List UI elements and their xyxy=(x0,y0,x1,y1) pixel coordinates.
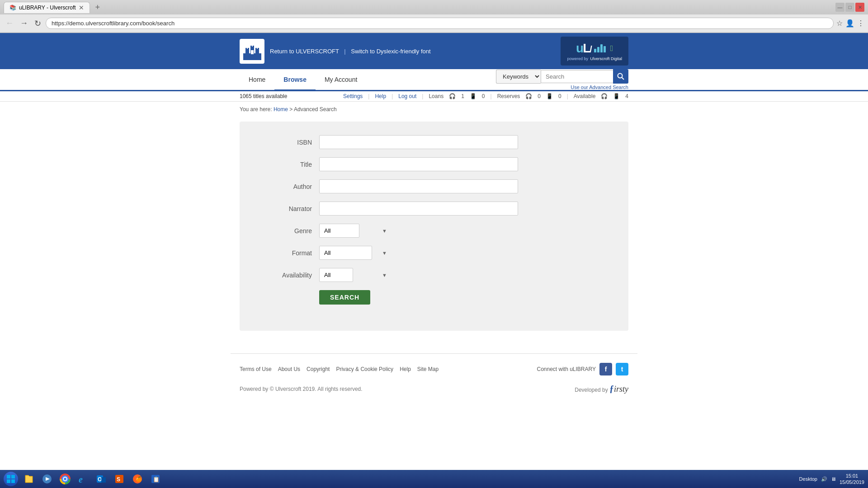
account-icon[interactable]: 👤 xyxy=(845,19,854,28)
castle-svg xyxy=(243,42,261,60)
footer-copyright[interactable]: Copyright xyxy=(307,366,330,372)
svg-line-12 xyxy=(622,78,624,80)
title-row: Title xyxy=(267,157,601,171)
title-input[interactable] xyxy=(319,157,518,171)
availability-select-wrapper: All Available On Loan xyxy=(319,268,392,282)
reload-button[interactable]: ↻ xyxy=(33,18,43,29)
desktop-label[interactable]: Desktop xyxy=(799,476,817,482)
taskbar-speaker-icon: 🔊 xyxy=(821,476,827,482)
available-label: Available xyxy=(574,93,595,99)
svg-rect-16 xyxy=(11,479,15,483)
log-out-link[interactable]: Log out xyxy=(398,93,416,99)
browser-tab[interactable]: 📚 uLIBRARY - Ulverscroft ✕ xyxy=(4,2,90,13)
svg-rect-4 xyxy=(245,48,247,49)
connect-text: Connect with uLIBRARY xyxy=(537,366,596,372)
app6-icon: 🍊 xyxy=(132,474,143,484)
nav-menu: Home Browse My Account xyxy=(240,70,366,89)
available-icon2: 📱 xyxy=(613,93,620,99)
svg-rect-6 xyxy=(255,48,257,49)
tab-title: uLIBRARY - Ulverscroft xyxy=(19,5,76,11)
footer-links: Terms of Use About Us Copyright Privacy … xyxy=(231,353,637,380)
footer-terms[interactable]: Terms of Use xyxy=(240,366,272,372)
windows-icon xyxy=(6,474,15,483)
narrator-input[interactable] xyxy=(319,202,518,216)
footer-privacy[interactable]: Privacy & Cookie Policy xyxy=(336,366,393,372)
svg-point-21 xyxy=(64,478,66,480)
author-label: Author xyxy=(267,183,312,190)
taskbar-app6[interactable]: 🍊 xyxy=(129,471,146,487)
footer-about[interactable]: About Us xyxy=(278,366,300,372)
reserves-digital-count: 0 xyxy=(558,93,561,99)
app5-icon: S xyxy=(114,474,125,484)
dyslexic-font-link[interactable]: Switch to Dyslexic-friendly font xyxy=(351,48,430,55)
search-type-select[interactable]: Keywords xyxy=(496,70,541,84)
new-tab-button[interactable]: + xyxy=(94,3,102,12)
help-link[interactable]: Help xyxy=(375,93,386,99)
bookmark-icon[interactable]: ☆ xyxy=(836,19,843,28)
breadcrumb-home[interactable]: Home xyxy=(274,106,288,113)
submit-search-button[interactable]: SEARCH xyxy=(319,290,370,305)
taskbar-files[interactable] xyxy=(21,471,37,487)
availability-select[interactable]: All Available On Loan xyxy=(319,268,353,282)
availability-row: Availability All Available On Loan xyxy=(267,268,601,282)
close-button[interactable]: ✕ xyxy=(855,3,864,12)
taskbar-ie[interactable]: e xyxy=(75,471,91,487)
search-area: Keywords xyxy=(496,69,628,84)
svg-text:📋: 📋 xyxy=(153,476,160,483)
svg-rect-14 xyxy=(11,475,15,479)
loans-digital-icon: 📱 xyxy=(470,93,476,99)
search-input[interactable] xyxy=(541,70,613,83)
svg-text:🍊: 🍊 xyxy=(136,476,142,482)
taskbar-app7[interactable]: 📋 xyxy=(147,471,164,487)
status-bar: 1065 titles available Settings | Help | … xyxy=(0,91,868,102)
footer-bottom: Powered by © Ulverscroft 2019. All right… xyxy=(231,380,637,401)
address-bar[interactable] xyxy=(46,18,834,29)
taskbar-chrome[interactable] xyxy=(57,471,73,487)
taskbar-apps: e O S 🍊 📋 xyxy=(21,471,164,487)
svg-rect-15 xyxy=(7,479,10,483)
nav-my-account[interactable]: My Account xyxy=(316,70,366,91)
taskbar-app5[interactable]: S xyxy=(111,471,127,487)
isbn-input[interactable] xyxy=(319,135,518,149)
genre-select[interactable]: All Fiction Non-Fiction Children xyxy=(319,224,359,238)
minimize-button[interactable]: — xyxy=(835,3,844,12)
footer-help[interactable]: Help xyxy=(400,366,411,372)
settings-link[interactable]: Settings xyxy=(343,93,363,99)
format-select[interactable]: All Audio Download Audio CD Large Print xyxy=(319,246,372,260)
tab-favicon: 📚 xyxy=(9,5,16,11)
narrator-row: Narrator xyxy=(267,202,601,216)
twitter-icon[interactable]: t xyxy=(616,363,628,375)
forward-button[interactable]: → xyxy=(18,18,30,29)
nav-home[interactable]: Home xyxy=(240,70,274,91)
taskbar: e O S 🍊 📋 xyxy=(0,470,868,488)
advanced-search-link[interactable]: Use our Advanced Search xyxy=(571,84,628,90)
return-to-ulverscroft-link[interactable]: Return to ULVERSCROFT xyxy=(270,48,339,55)
genre-label: Genre xyxy=(267,227,312,235)
page-wrapper: Return to ULVERSCROFT | Switch to Dyslex… xyxy=(0,33,868,488)
taskbar-time-value: 15:01 xyxy=(840,473,864,479)
footer-sitemap[interactable]: Site Map xyxy=(417,366,439,372)
maximize-button[interactable]: □ xyxy=(845,3,854,12)
menu-icon[interactable]: ⋮ xyxy=(857,19,864,28)
apple-icon:  xyxy=(610,44,613,53)
taskbar-media[interactable] xyxy=(39,471,55,487)
nav-browse[interactable]: Browse xyxy=(274,70,316,91)
search-button[interactable] xyxy=(613,69,628,84)
outlook-icon: O xyxy=(96,474,107,484)
back-button[interactable]: ← xyxy=(4,18,15,29)
taskbar-network-icon: 🖥 xyxy=(831,476,836,482)
header-separator: | xyxy=(344,48,345,55)
start-button[interactable] xyxy=(4,472,18,486)
url-input[interactable] xyxy=(52,20,828,27)
svg-text:e: e xyxy=(79,474,83,484)
chrome-icon xyxy=(60,474,71,484)
taskbar-outlook[interactable]: O xyxy=(93,471,109,487)
footer-social: Connect with uLIBRARY f t xyxy=(537,363,628,375)
svg-rect-3 xyxy=(255,49,259,54)
facebook-icon[interactable]: f xyxy=(599,363,612,375)
author-input[interactable] xyxy=(319,179,518,193)
tab-close-button[interactable]: ✕ xyxy=(79,4,84,11)
format-row: Format All Audio Download Audio CD Large… xyxy=(267,246,601,260)
taskbar-clock: 15:01 15/05/2019 xyxy=(840,473,864,486)
window-controls: — □ ✕ xyxy=(835,3,864,12)
